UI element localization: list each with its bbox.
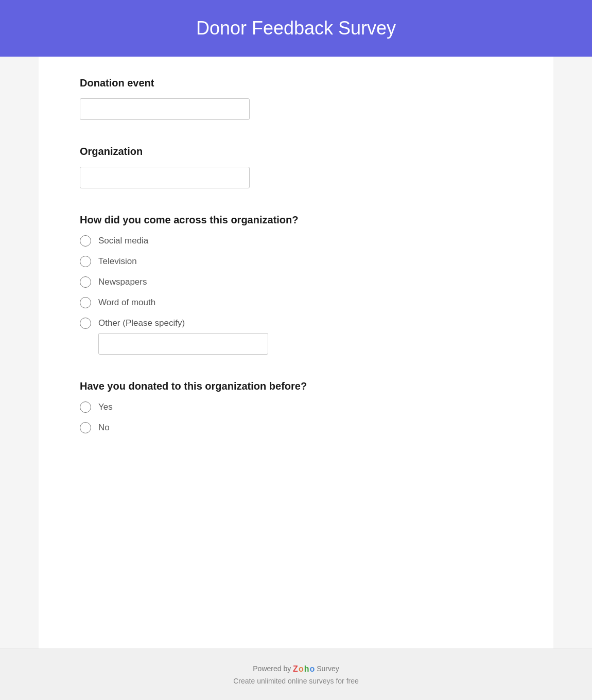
footer-powered-text: Powered by Zoho Survey <box>10 664 582 674</box>
organization-input[interactable] <box>80 167 250 188</box>
radio-item-television[interactable]: Television <box>80 256 512 267</box>
radio-label-word-of-mouth: Word of mouth <box>98 297 155 308</box>
radio-social-media[interactable] <box>80 235 91 247</box>
radio-item-yes[interactable]: Yes <box>80 401 512 413</box>
zoho-o2: o <box>309 664 315 674</box>
donated-before-label: Have you donated to this organization be… <box>80 380 512 392</box>
radio-item-word-of-mouth[interactable]: Word of mouth <box>80 297 512 308</box>
donated-before-radio-group: Yes No <box>80 401 512 433</box>
zoho-z: Z <box>293 664 298 674</box>
page-header: Donor Feedback Survey <box>0 0 592 57</box>
how-found-section: How did you come across this organizatio… <box>80 214 512 355</box>
radio-yes[interactable] <box>80 401 91 413</box>
page-title: Donor Feedback Survey <box>196 18 396 39</box>
donated-before-section: Have you donated to this organization be… <box>80 380 512 433</box>
other-input-wrapper <box>98 333 512 355</box>
donation-event-input[interactable] <box>80 98 250 120</box>
footer-tagline: Create unlimited online surveys for free <box>10 677 582 685</box>
donation-event-label: Donation event <box>80 77 512 89</box>
page-footer: Powered by Zoho Survey Create unlimited … <box>0 649 592 700</box>
donation-event-section: Donation event <box>80 77 512 120</box>
organization-section: Organization <box>80 146 512 188</box>
radio-word-of-mouth[interactable] <box>80 297 91 308</box>
radio-label-no: No <box>98 423 110 433</box>
radio-label-television: Television <box>98 256 137 267</box>
how-found-label: How did you come across this organizatio… <box>80 214 512 226</box>
radio-item-no[interactable]: No <box>80 422 512 433</box>
other-specify-input[interactable] <box>98 333 268 355</box>
zoho-o1: o <box>299 664 304 674</box>
form-container: Donation event Organization How did you … <box>39 57 553 649</box>
how-found-radio-group: Social media Television Newspapers Word … <box>80 235 512 355</box>
radio-no[interactable] <box>80 422 91 433</box>
zoho-logo: Zoho <box>293 664 315 674</box>
radio-item-other[interactable]: Other (Please specify) <box>80 318 512 329</box>
radio-label-yes: Yes <box>98 402 113 412</box>
footer-brand-name: Survey <box>317 664 339 673</box>
radio-item-social-media[interactable]: Social media <box>80 235 512 247</box>
radio-item-newspapers[interactable]: Newspapers <box>80 276 512 288</box>
radio-label-other: Other (Please specify) <box>98 318 185 328</box>
radio-other[interactable] <box>80 318 91 329</box>
radio-label-newspapers: Newspapers <box>98 277 147 287</box>
radio-television[interactable] <box>80 256 91 267</box>
organization-label: Organization <box>80 146 512 157</box>
other-option-container: Other (Please specify) <box>80 318 512 355</box>
radio-label-social-media: Social media <box>98 236 148 246</box>
zoho-h: h <box>304 664 309 674</box>
radio-newspapers[interactable] <box>80 276 91 288</box>
